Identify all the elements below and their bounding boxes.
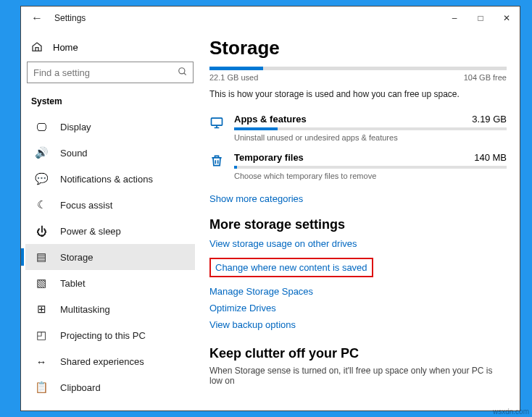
storage-description: This is how your storage is used and how…	[209, 89, 507, 99]
sidebar: Home System 🖵 Display 🔊 Sound 💬 Notifica…	[21, 30, 199, 410]
notifications-icon: 💬	[34, 172, 49, 185]
keep-body: When Storage sense is turned on, it'll f…	[209, 366, 507, 386]
storage-icon: ▤	[34, 250, 49, 264]
home-icon	[31, 41, 43, 53]
apps-icon	[209, 115, 227, 132]
link-usage-other-drives[interactable]: View storage usage on other drives	[209, 238, 507, 249]
focus-icon: ☾	[34, 198, 49, 211]
category-apps[interactable]: Apps & features3.19 GB Uninstall unused …	[209, 111, 507, 149]
cat-name: Apps & features	[234, 114, 307, 125]
power-icon: ⏻	[34, 225, 49, 237]
search-input[interactable]	[27, 62, 194, 83]
sidebar-item-focus-assist[interactable]: ☾ Focus assist	[25, 192, 195, 218]
back-icon[interactable]: ←	[31, 12, 47, 25]
sidebar-item-label: Focus assist	[60, 200, 112, 211]
free-label: 104 GB free	[464, 73, 507, 82]
show-more-link[interactable]: Show more categories	[209, 193, 507, 204]
sidebar-item-display[interactable]: 🖵 Display	[25, 114, 195, 140]
sidebar-item-label: Multitasking	[60, 304, 110, 315]
sidebar-item-projecting[interactable]: ◰ Projecting to this PC	[25, 322, 195, 348]
svg-point-0	[179, 68, 185, 74]
settings-window: ← Settings – □ ✕ Home System 🖵 Display 🔊	[20, 6, 520, 411]
category-temp[interactable]: Temporary files140 MB Choose which tempo…	[209, 149, 507, 188]
shared-icon: ↔	[34, 355, 49, 368]
cat-sub: Choose which temporary files to remove	[234, 172, 507, 180]
section-header: System	[25, 93, 195, 114]
cat-size: 3.19 GB	[472, 114, 507, 125]
cat-bar	[234, 127, 507, 130]
page-title: Storage	[209, 37, 507, 59]
sidebar-item-power[interactable]: ⏻ Power & sleep	[25, 218, 195, 244]
used-label: 22.1 GB used	[209, 73, 258, 82]
sidebar-item-label: Shared experiences	[60, 356, 144, 367]
sidebar-item-label: Storage	[60, 252, 93, 263]
sidebar-item-label: Notifications & actions	[60, 174, 153, 185]
sidebar-item-label: Power & sleep	[60, 226, 121, 237]
sidebar-item-label: Sound	[60, 148, 88, 159]
maximize-button[interactable]: □	[467, 7, 494, 30]
sidebar-item-sound[interactable]: 🔊 Sound	[25, 140, 195, 166]
link-change-content-saved[interactable]: Change where new content is saved	[215, 262, 367, 273]
sidebar-item-label: Display	[60, 122, 91, 132]
app-title: Settings	[54, 13, 86, 23]
search-field[interactable]	[27, 62, 194, 83]
search-icon	[178, 67, 188, 77]
sidebar-item-storage[interactable]: ▤ Storage	[25, 244, 195, 270]
svg-rect-1	[212, 118, 223, 125]
more-heading: More storage settings	[209, 217, 507, 232]
trash-icon	[209, 153, 227, 171]
cat-name: Temporary files	[234, 152, 304, 163]
home-label: Home	[53, 42, 78, 53]
tablet-icon: ▧	[34, 277, 49, 290]
titlebar: ← Settings – □ ✕	[21, 7, 520, 30]
sidebar-item-label: Projecting to this PC	[60, 330, 146, 341]
annotation-highlight: Change where new content is saved	[209, 258, 373, 277]
cat-size: 140 MB	[474, 152, 507, 163]
sidebar-item-label: Clipboard	[60, 382, 101, 393]
home-link[interactable]: Home	[25, 35, 195, 60]
storage-bar-fill	[209, 67, 263, 70]
projecting-icon: ◰	[34, 329, 49, 342]
clipboard-icon: 📋	[34, 381, 49, 394]
sidebar-item-notifications[interactable]: 💬 Notifications & actions	[25, 166, 195, 192]
sidebar-item-shared[interactable]: ↔ Shared experiences	[25, 348, 195, 374]
storage-bar	[209, 67, 507, 70]
keep-heading: Keep clutter off your PC	[209, 346, 507, 361]
watermark: wsxdn.com	[493, 408, 529, 416]
cat-sub: Uninstall unused or undesired apps & fea…	[234, 133, 507, 142]
sidebar-item-clipboard[interactable]: 📋 Clipboard	[25, 374, 195, 400]
sound-icon: 🔊	[34, 146, 49, 159]
link-optimize-drives[interactable]: Optimize Drives	[209, 303, 507, 313]
close-button[interactable]: ✕	[494, 7, 520, 30]
display-icon: 🖵	[34, 121, 49, 133]
multitasking-icon: ⊞	[34, 303, 49, 316]
link-backup-options[interactable]: View backup options	[209, 319, 507, 330]
sidebar-item-multitasking[interactable]: ⊞ Multitasking	[25, 296, 195, 322]
main-panel: Storage 22.1 GB used 104 GB free This is…	[199, 30, 520, 410]
sidebar-item-label: Tablet	[60, 278, 86, 289]
link-storage-spaces[interactable]: Manage Storage Spaces	[209, 286, 507, 297]
sidebar-item-tablet[interactable]: ▧ Tablet	[25, 270, 195, 296]
cat-bar	[234, 166, 507, 169]
minimize-button[interactable]: –	[441, 7, 467, 30]
